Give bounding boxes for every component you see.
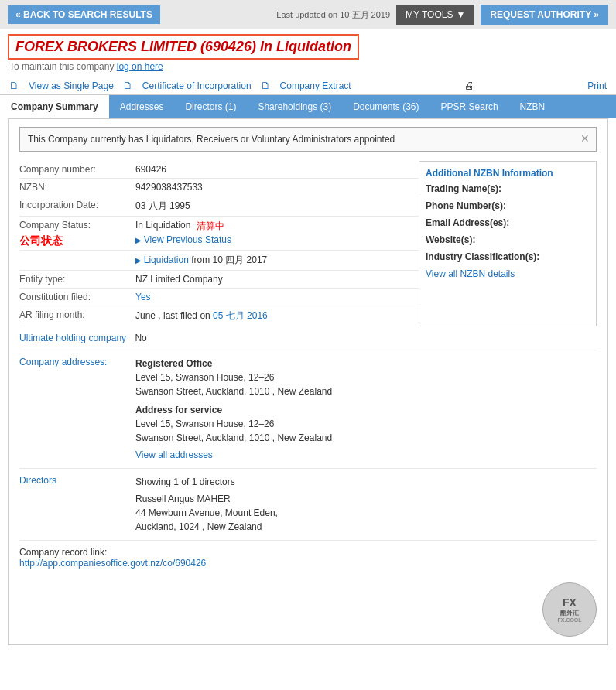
company-number-label: Company number: bbox=[19, 164, 135, 175]
company-number-value: 690426 bbox=[135, 164, 419, 175]
company-status-row: Company Status: In Liquidation 清算中 bbox=[19, 220, 419, 233]
nzbn-value: 9429038437533 bbox=[135, 182, 419, 193]
top-bar-right: Last updated on 10 五月 2019 MY TOOLS ▼ RE… bbox=[276, 5, 608, 25]
director-name: Russell Angus MAHER bbox=[135, 492, 597, 506]
details-section: Company number: 690426 NZBN: 94290384375… bbox=[19, 161, 597, 326]
watermark: FX 酷外汇 FX.COOL bbox=[542, 582, 597, 637]
directors-content: Showing 1 of 1 directors Russell Angus M… bbox=[135, 475, 597, 534]
tab-nzbn[interactable]: NZBN bbox=[509, 95, 556, 118]
company-status-section: Company Status: In Liquidation 清算中 公司状态 … bbox=[19, 217, 419, 251]
record-link-url[interactable]: http://app.companiesoffice.govt.nz/co/69… bbox=[19, 558, 206, 569]
company-extract-link[interactable]: Company Extract bbox=[280, 80, 351, 91]
record-link-section: Company record link: http://app.companie… bbox=[19, 541, 597, 575]
nzbn-phone: Phone Number(s): bbox=[426, 200, 590, 211]
extract-icon: 🗋 bbox=[261, 80, 271, 91]
registered-office-line2: Swanson Street, Auckland, 1010 , New Zea… bbox=[135, 384, 597, 398]
company-title-box: FOREX BROKERS LIMITED (690426) In Liquid… bbox=[8, 34, 359, 60]
holding-company-label[interactable]: Ultimate holding company bbox=[19, 333, 126, 343]
nzbn-websites-label: Website(s): bbox=[426, 234, 590, 245]
directors-link[interactable]: Directors bbox=[19, 475, 135, 534]
addresses-content: Registered Office Level 15, Swanson Hous… bbox=[135, 357, 597, 462]
entity-type-label: Entity type: bbox=[19, 274, 135, 285]
alert-close-button[interactable]: ✕ bbox=[580, 132, 590, 145]
view-previous-status-link[interactable]: View Previous Status bbox=[135, 234, 231, 245]
alert-message: This Company currently has Liquidators, … bbox=[28, 134, 395, 145]
ar-filing-label: AR filing month: bbox=[19, 309, 135, 323]
nzbn-email: Email Address(es): bbox=[426, 217, 590, 228]
nzbn-industry-label: Industry Classification(s): bbox=[426, 251, 590, 262]
nzbn-email-label: Email Address(es): bbox=[426, 217, 590, 228]
toolbar: 🗋 View as Single Page 🗋 Certificate of I… bbox=[0, 77, 616, 95]
nzbn-phone-label: Phone Number(s): bbox=[426, 200, 590, 211]
view-single-page-link[interactable]: View as Single Page bbox=[29, 80, 114, 91]
my-tools-button[interactable]: MY TOOLS ▼ bbox=[396, 5, 474, 25]
company-status-label: Company Status: bbox=[19, 220, 135, 233]
constitution-yes-link[interactable]: Yes bbox=[135, 292, 151, 302]
nzbn-row: NZBN: 9429038437533 bbox=[19, 179, 419, 196]
directors-showing: Showing 1 of 1 directors bbox=[135, 475, 597, 489]
company-status-chinese-label: 公司状态 bbox=[19, 234, 135, 248]
tab-ppsr-search[interactable]: PPSR Search bbox=[430, 95, 509, 118]
nzbn-panel: Additional NZBN Information Trading Name… bbox=[419, 161, 597, 326]
nzbn-panel-title: Additional NZBN Information bbox=[426, 168, 590, 179]
certificate-link[interactable]: Certificate of Incorporation bbox=[142, 80, 252, 91]
company-title: FOREX BROKERS LIMITED (690426) In Liquid… bbox=[15, 39, 351, 54]
details-left: Company number: 690426 NZBN: 94290384375… bbox=[19, 161, 419, 326]
director-address-line2: Auckland, 1024 , New Zealand bbox=[135, 520, 597, 534]
alert-box: This Company currently has Liquidators, … bbox=[19, 127, 597, 152]
addresses-section: Company addresses: Registered Office Lev… bbox=[19, 350, 597, 469]
company-status-value: In Liquidation bbox=[135, 220, 190, 233]
top-bar: « BACK TO SEARCH RESULTS Last updated on… bbox=[0, 0, 616, 29]
nzbn-websites: Website(s): bbox=[426, 234, 590, 245]
tab-documents[interactable]: Documents (36) bbox=[342, 95, 429, 118]
nzbn-industry: Industry Classification(s): bbox=[426, 251, 590, 262]
company-addresses-link[interactable]: Company addresses: bbox=[19, 357, 135, 462]
nzbn-trading-names: Trading Name(s): bbox=[426, 183, 590, 194]
log-on-line: To maintain this company log on here bbox=[0, 60, 616, 77]
request-authority-button[interactable]: REQUEST AUTHORITY » bbox=[481, 5, 608, 25]
print-link[interactable]: Print bbox=[587, 80, 607, 91]
incorporation-date-value: 03 八月 1995 bbox=[135, 200, 419, 213]
tab-shareholdings[interactable]: Shareholdings (3) bbox=[247, 95, 342, 118]
ar-filing-value: June , last filed on 05 七月 2016 bbox=[135, 309, 419, 323]
print-icon: 🖨 bbox=[464, 80, 474, 91]
tab-directors[interactable]: Directors (1) bbox=[174, 95, 247, 118]
holding-company-value: No bbox=[135, 333, 146, 343]
constitution-label: Constitution filed: bbox=[19, 292, 135, 302]
last-updated: Last updated on 10 五月 2019 bbox=[276, 9, 390, 21]
entity-type-row: Entity type: NZ Limited Company bbox=[19, 271, 419, 289]
log-on-link[interactable]: log on here bbox=[117, 61, 163, 72]
holding-company-row: Ultimate holding company No bbox=[19, 326, 597, 350]
back-button[interactable]: « BACK TO SEARCH RESULTS bbox=[8, 5, 160, 24]
address-for-service-line1: Level 15, Swanson House, 12–26 bbox=[135, 417, 597, 431]
tab-addresses[interactable]: Addresses bbox=[109, 95, 175, 118]
address-for-service-line2: Swanson Street, Auckland, 1010 , New Zea… bbox=[135, 431, 597, 445]
tabs: Company Summary Addresses Directors (1) … bbox=[0, 95, 616, 118]
page-icon: 🗋 bbox=[9, 80, 19, 91]
liquidation-link[interactable]: Liquidation bbox=[135, 254, 189, 265]
tab-company-summary[interactable]: Company Summary bbox=[0, 95, 109, 118]
incorporation-date-label: Incorporation Date: bbox=[19, 200, 135, 213]
certificate-icon: 🗋 bbox=[123, 80, 133, 91]
liquidation-row: Liquidation from 10 四月 2017 bbox=[19, 251, 419, 271]
registered-office-title: Registered Office bbox=[135, 358, 212, 369]
address-for-service-title: Address for service bbox=[135, 405, 222, 415]
director-address-line1: 44 Mewburn Avenue, Mount Eden, bbox=[135, 506, 597, 520]
nzbn-trading-names-label: Trading Name(s): bbox=[426, 183, 590, 194]
main-content: This Company currently has Liquidators, … bbox=[8, 118, 608, 645]
view-all-nzbn-link[interactable]: View all NZBN details bbox=[426, 268, 590, 279]
status-badge: 清算中 bbox=[197, 220, 224, 233]
company-number-row: Company number: 690426 bbox=[19, 161, 419, 179]
view-all-addresses-link[interactable]: View all addresses bbox=[135, 449, 213, 460]
entity-type-value: NZ Limited Company bbox=[135, 274, 419, 285]
ar-filing-date-link[interactable]: 05 七月 2016 bbox=[213, 310, 268, 321]
directors-section: Directors Showing 1 of 1 directors Russe… bbox=[19, 469, 597, 541]
liquidation-date-value: from 10 四月 2017 bbox=[191, 254, 267, 265]
constitution-row: Constitution filed: Yes bbox=[19, 289, 419, 306]
incorporation-date-row: Incorporation Date: 03 八月 1995 bbox=[19, 196, 419, 217]
nzbn-label: NZBN: bbox=[19, 182, 135, 193]
registered-office-line1: Level 15, Swanson House, 12–26 bbox=[135, 371, 597, 384]
constitution-value: Yes bbox=[135, 292, 419, 302]
ar-filing-row: AR filing month: June , last filed on 05… bbox=[19, 306, 419, 326]
record-link-label: Company record link: bbox=[19, 547, 597, 558]
